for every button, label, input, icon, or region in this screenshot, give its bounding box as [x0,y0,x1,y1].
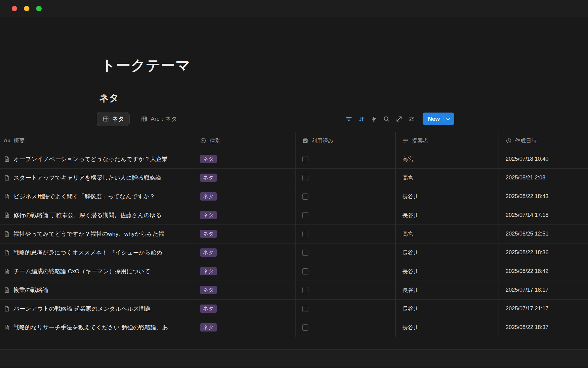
toolbar: New [344,113,454,125]
table-row: 複業の戦略論ネタ長谷川2025/07/17 18:17 [0,281,588,300]
summary-cell[interactable]: オープンイノベーションってどうなったんですか？大企業 [0,150,193,168]
used-checkbox[interactable] [302,212,308,218]
table-row: チーム編成の戦略論 CxO（キーマン）採用についてネタ長谷川2025/08/22… [0,262,588,281]
view-tab-neta[interactable]: ネタ [97,112,130,126]
zoom-window-button[interactable] [36,6,42,11]
proposer-cell[interactable]: 長谷川 [396,243,499,262]
expand-icon[interactable] [394,114,404,124]
row-title: 複業の戦略論 [13,286,48,294]
summary-cell[interactable]: 戦略的思考が身につくオススメ本！ 『イシューから始め [0,243,193,262]
summary-cell[interactable]: 修行の戦略論 丁稚奉公、深く潜る期間。佐藤さんのゆる [0,206,193,224]
used-checkbox[interactable] [302,231,308,237]
used-cell[interactable] [296,150,396,168]
created-text: 2025/08/22 18:36 [506,249,548,256]
type-cell[interactable]: ネタ [193,169,296,187]
sort-icon[interactable] [356,114,367,124]
summary-cell[interactable]: スタートアップでキャリアを構築したい人に贈る戦略論 [0,169,193,187]
used-checkbox[interactable] [302,324,308,331]
view-settings-icon[interactable] [406,114,417,124]
type-cell[interactable]: ネタ [193,150,296,168]
created-cell[interactable]: 2025/08/22 18:42 [499,262,588,281]
proposer-cell[interactable]: 長谷川 [396,318,499,337]
proposer-text: 長谷川 [402,286,419,294]
summary-cell[interactable]: 戦略的なリサーチ手法を教えてください 勉強の戦略論、あ [0,318,193,337]
close-window-button[interactable] [12,6,17,11]
created-cell[interactable]: 2025/07/17 18:17 [499,281,588,299]
used-checkbox[interactable] [302,175,308,181]
type-cell[interactable]: ネタ [193,300,296,318]
proposer-cell[interactable]: 長谷川 [396,300,499,318]
used-checkbox[interactable] [302,306,308,312]
column-label: 作成日時 [515,137,537,144]
type-badge: ネタ [200,286,217,294]
view-tab-arc-neta[interactable]: Arc：ネタ [136,112,182,126]
chevron-down-icon[interactable] [445,116,451,122]
used-cell[interactable] [296,225,396,243]
proposer-cell[interactable]: 高宮 [396,150,499,168]
type-cell[interactable]: ネタ [193,243,296,262]
used-cell[interactable] [296,318,396,337]
column-header-summary[interactable]: Aa概要 [0,132,193,150]
proposer-cell[interactable]: 高宮 [396,225,499,243]
summary-cell[interactable]: 福祉やってみてどうですか？福祉のwhy、whyからみた福 [0,225,193,243]
used-cell[interactable] [296,187,396,206]
column-header-used[interactable]: 利用済み [296,132,396,150]
used-checkbox[interactable] [302,194,308,200]
created-cell[interactable]: 2025/08/21 2:08 [499,169,588,187]
type-badge: ネタ [200,305,217,313]
page-icon [4,305,10,312]
used-cell[interactable] [296,169,396,187]
proposer-cell[interactable]: 長谷川 [396,206,499,224]
summary-cell[interactable]: チーム編成の戦略論 CxO（キーマン）採用について [0,262,193,281]
proposer-text: 長谷川 [402,193,419,200]
type-cell[interactable]: ネタ [193,262,296,281]
proposer-cell[interactable]: 長谷川 [396,281,499,299]
type-cell[interactable]: ネタ [193,187,296,206]
used-cell[interactable] [296,300,396,318]
used-cell[interactable] [296,262,396,281]
new-button[interactable]: New [423,113,454,125]
row-title: バーンアウトの戦略論 起業家のメンタルヘルス問題 [13,305,151,313]
search-icon[interactable] [381,114,392,124]
type-cell[interactable]: ネタ [193,318,296,337]
type-badge: ネタ [200,230,217,238]
created-cell[interactable]: 2025/07/17 21:17 [499,300,588,318]
type-cell[interactable]: ネタ [193,281,296,299]
checkbox-icon [302,138,308,144]
summary-cell[interactable]: 複業の戦略論 [0,281,193,299]
column-header-created[interactable]: 作成日時 [499,132,588,150]
proposer-text: 高宮 [402,230,413,238]
created-cell[interactable]: 2025/06/25 12:51 [499,225,588,243]
filter-icon[interactable] [344,114,354,124]
type-cell[interactable]: ネタ [193,225,296,243]
minimize-window-button[interactable] [24,6,29,11]
column-header-proposer[interactable]: 提案者 [396,132,499,150]
type-badge: ネタ [200,323,217,332]
column-header-type[interactable]: 種別 [193,132,296,150]
used-checkbox[interactable] [302,268,308,274]
created-cell[interactable]: 2025/08/22 18:37 [499,318,588,337]
page-icon [4,268,10,274]
created-cell[interactable]: 2025/08/22 18:36 [499,243,588,262]
row-title: スタートアップでキャリアを構築したい人に贈る戦略論 [13,174,161,182]
automation-icon[interactable] [369,114,379,124]
proposer-cell[interactable]: 高宮 [396,169,499,187]
created-cell[interactable]: 2025/07/18 10:40 [499,150,588,168]
created-text: 2025/07/17 21:17 [506,305,548,312]
used-cell[interactable] [296,206,396,224]
used-checkbox[interactable] [302,250,308,256]
used-checkbox[interactable] [302,156,308,162]
summary-cell[interactable]: バーンアウトの戦略論 起業家のメンタルヘルス問題 [0,300,193,318]
page-icon [4,324,10,331]
proposer-cell[interactable]: 長谷川 [396,262,499,281]
used-cell[interactable] [296,243,396,262]
used-cell[interactable] [296,281,396,299]
proposer-cell[interactable]: 長谷川 [396,187,499,206]
used-checkbox[interactable] [302,287,308,293]
proposer-text: 高宮 [402,174,413,182]
summary-cell[interactable]: ビジネス用語でよく聞く「解像度」ってなんですか？ [0,187,193,206]
created-cell[interactable]: 2025/07/14 17:18 [499,206,588,224]
aa-icon: Aa [4,138,11,144]
created-cell[interactable]: 2025/08/22 18:43 [499,187,588,206]
type-cell[interactable]: ネタ [193,206,296,224]
